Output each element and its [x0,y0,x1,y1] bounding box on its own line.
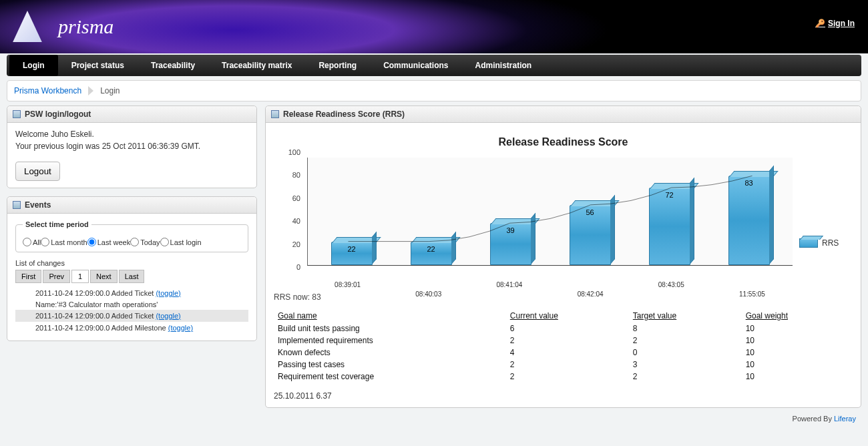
main-nav: LoginProject statusTraceabilityTraceabil… [7,55,861,76]
nav-item-traceability[interactable]: Traceability [138,55,208,76]
chart-plot: 222239567283 [307,158,793,266]
welcome-text: Welcome Juho Eskeli. [15,130,248,139]
goals-cell: 10 [743,335,851,346]
chart-bar: 39 [490,223,531,265]
x-tick: 11:55:05 [712,290,793,298]
pager-next-button[interactable]: Next [90,270,118,283]
y-tick: 100 [288,148,300,156]
goals-header: Goal weight [743,310,851,322]
nav-item-reporting[interactable]: Reporting [305,55,370,76]
goals-cell: 10 [743,347,851,358]
portlet-icon [13,201,21,209]
portlet-header: Events [7,197,256,214]
goals-cell: 2 [630,335,742,346]
bar-value-label: 22 [411,245,451,253]
goals-cell: Passing test cases [275,359,506,370]
time-period-option[interactable]: All [23,238,41,246]
time-period-option[interactable]: Last login [160,238,202,246]
key-icon [815,19,825,28]
change-row: 2011-10-24 12:09:00.0 Added Ticket (togg… [15,310,248,322]
y-tick: 0 [296,263,300,271]
chart-bar: 22 [331,242,373,265]
goals-cell: 2 [630,371,742,382]
y-tick: 80 [292,171,300,179]
chart-canvas: 020406080100 222239567283 08:39:0108:40:… [280,152,799,286]
footer: Powered By Liferay [0,408,868,429]
goals-cell: Requirement test coverage [275,371,506,382]
chart-bar: 72 [649,188,690,265]
portlet-icon [271,110,279,118]
goals-cell: 8 [630,323,742,334]
toggle-link[interactable]: (toggle) [156,312,180,320]
radio-today[interactable] [130,238,139,246]
pager-prev-button[interactable]: Prev [43,270,70,283]
rrs-portlet-title: Release Readiness Score (RRS) [283,109,405,119]
prism-icon [10,9,45,44]
time-period-option[interactable]: Last month [41,238,87,246]
breadcrumb: Prisma Workbench Login [7,80,861,101]
goals-cell: 3 [630,359,742,370]
time-period-legend: Select time period [23,220,91,228]
legend-swatch [799,238,818,248]
goals-cell: 10 [743,371,851,382]
logo-area: prisma [0,9,114,44]
goals-header: Goal name [275,310,506,322]
time-period-option[interactable]: Today [130,238,160,246]
toggle-link[interactable]: (toggle) [168,324,193,332]
pager-page-input[interactable] [71,270,89,283]
pager-first-button[interactable]: First [15,270,41,283]
x-tick: 08:41:04 [469,281,550,288]
y-tick: 40 [292,217,300,225]
portlet-icon [13,110,21,118]
bar-value-label: 83 [729,179,769,187]
x-tick: 08:39:01 [307,281,388,288]
chart-bar: 22 [411,242,452,265]
sign-in-link[interactable]: Sign In [815,19,855,28]
chart-container: Release Readiness Score 020406080100 222… [274,130,853,288]
login-portlet-title: PSW login/logout [25,109,91,119]
change-row: 2011-10-24 12:09:00.0 Added Milestone (t… [15,322,248,334]
y-tick: 20 [292,240,300,248]
change-list: 2011-10-24 12:09:00.0 Added Ticket (togg… [15,287,248,334]
chart-legend: RRS [799,152,846,286]
radio-last-login[interactable] [160,238,169,246]
liferay-link[interactable]: Liferay [834,415,856,423]
goals-row: Requirement test coverage2210 [275,371,851,382]
y-tick: 60 [292,194,300,202]
nav-item-project-status[interactable]: Project status [58,55,138,76]
goals-row: Known defects4010 [275,347,851,358]
nav-item-login[interactable]: Login [9,55,58,76]
radio-last-week[interactable] [87,238,96,246]
time-period-option[interactable]: Last week [87,238,131,246]
goals-row: Passing test cases2310 [275,359,851,370]
goals-cell: 4 [507,347,629,358]
bar-value-label: 72 [650,191,690,199]
portlet-header: Release Readiness Score (RRS) [266,106,861,123]
x-tick: 08:40:03 [388,290,469,298]
logout-button[interactable]: Logout [15,162,60,181]
radio-label: Today [140,238,160,246]
radio-label: All [33,238,41,246]
goals-cell: 10 [743,323,851,334]
goals-cell: Known defects [275,347,506,358]
change-text: 2011-10-24 12:09:00.0 Added Ticket [35,312,156,320]
change-text: 2011-10-24 12:09:00.0 Added Ticket [35,289,156,297]
breadcrumb-root[interactable]: Prisma Workbench [14,86,81,95]
brand-text: prisma [58,15,114,38]
bar-value-label: 22 [332,245,372,253]
change-detail: Name:'#3 Calculator math operations' [15,299,248,310]
radio-last-month[interactable] [41,238,49,246]
sign-in-label: Sign In [828,19,855,28]
goals-cell: Implemented requirements [275,335,506,346]
nav-item-administration[interactable]: Administration [461,55,545,76]
change-row: 2011-10-24 12:09:00.0 Added Ticket (togg… [15,287,248,299]
list-of-changes-label: List of changes [15,259,248,267]
toggle-link[interactable]: (toggle) [156,289,180,297]
nav-item-communications[interactable]: Communications [370,55,461,76]
breadcrumb-current: Login [100,86,120,95]
radio-all[interactable] [23,238,31,246]
pager-last-button[interactable]: Last [119,270,145,283]
nav-item-traceability-matrix[interactable]: Traceability matrix [208,55,305,76]
bar-value-label: 39 [491,226,531,234]
chevron-right-icon [88,86,93,95]
